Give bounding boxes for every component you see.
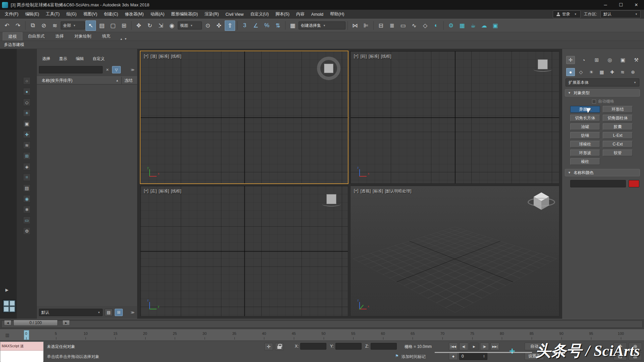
cameras-category-icon[interactable]: ▦: [597, 68, 606, 76]
explorer-menu-select[interactable]: 选择: [42, 56, 50, 62]
frozen-column-header[interactable]: 冻结: [124, 78, 132, 83]
explorer-menu-display[interactable]: 显示: [59, 56, 67, 62]
x-coordinate-field[interactable]: [300, 343, 326, 350]
viewport-pov-menu[interactable]: [左]: [151, 188, 157, 194]
viewport-general-menu[interactable]: [+]: [144, 54, 149, 59]
menu-rendering[interactable]: 渲染(R): [201, 10, 222, 19]
viewport-layout-icon[interactable]: [3, 300, 16, 313]
viewcube-compass-ring[interactable]: [528, 198, 555, 206]
maxscript-mini-listener[interactable]: MAXScript 迷: [0, 342, 44, 361]
filter-cameras-icon[interactable]: ▣: [23, 120, 31, 127]
object-name-field[interactable]: [570, 180, 626, 187]
viewport-pov-menu[interactable]: [透视]: [361, 188, 371, 194]
viewport-general-menu[interactable]: [+]: [354, 188, 359, 194]
column-divider[interactable]: [121, 77, 122, 84]
ribbon-tab-selection[interactable]: 选择: [50, 32, 69, 41]
redo-icon[interactable]: ↷: [13, 20, 23, 31]
filter-bones-icon[interactable]: ⌗: [23, 174, 31, 181]
next-frame-button[interactable]: |▶: [480, 343, 489, 350]
menu-civil-view[interactable]: Civil View: [222, 10, 247, 19]
chamfercyl-button[interactable]: 切角圆柱体: [603, 115, 633, 121]
explorer-preset-dropdown[interactable]: 默认 ▼: [39, 309, 103, 316]
maxscript-input[interactable]: [0, 351, 43, 362]
render-in-cloud-icon[interactable]: ☁: [479, 20, 489, 31]
filter-containers-icon[interactable]: ▤: [23, 184, 31, 192]
explorer-menu-customize[interactable]: 自定义: [93, 56, 105, 62]
filter-lights-icon[interactable]: ☀: [23, 109, 31, 117]
mirror-icon[interactable]: ⋈: [350, 20, 360, 31]
polygon-modeling-panel[interactable]: 多边形建模: [4, 42, 24, 48]
viewport-general-menu[interactable]: [+]: [144, 188, 149, 194]
explorer-layers-icon[interactable]: ▤: [105, 309, 113, 316]
select-and-manipulate-icon[interactable]: ✜: [214, 20, 224, 31]
filter-helpers-icon[interactable]: ✚: [23, 131, 31, 138]
viewport-shading-menu[interactable]: [线框]: [171, 54, 181, 59]
menu-edit[interactable]: 编辑(E): [22, 10, 43, 19]
menu-arnold[interactable]: Arnold: [308, 10, 327, 19]
material-editor-icon[interactable]: ◐: [431, 20, 441, 31]
reference-coordinate-dropdown[interactable]: 视图▼: [178, 21, 202, 29]
menu-create[interactable]: 创建(C): [101, 10, 121, 19]
utilities-tab-icon[interactable]: ⚒: [632, 56, 641, 64]
menu-animation[interactable]: 动画(A): [147, 10, 168, 19]
bind-to-space-warp-icon[interactable]: ≋: [50, 20, 60, 31]
viewport-type-menu[interactable]: [标准]: [159, 54, 169, 59]
select-and-rotate-icon[interactable]: ↻: [145, 20, 155, 31]
prism-button[interactable]: 棱柱: [570, 158, 600, 165]
name-column-header[interactable]: 名称(按升序排序): [42, 78, 72, 83]
create-tab-icon[interactable]: ✛: [566, 56, 575, 64]
menu-content[interactable]: 内容: [293, 10, 308, 19]
ringwave-button[interactable]: 环形波: [570, 149, 600, 156]
undo-icon[interactable]: ↶: [2, 20, 12, 31]
torus-knot-button[interactable]: 环形结: [603, 106, 633, 113]
track-bar-options-icon[interactable]: ▥: [3, 332, 11, 338]
ribbon-tab-modeling[interactable]: 建模: [3, 32, 22, 41]
viewport-layout-flyout-arrow[interactable]: ▶: [5, 288, 8, 292]
filter-shapes-icon[interactable]: ◇: [23, 99, 31, 106]
rendered-frame-window-icon[interactable]: ▦: [457, 20, 467, 31]
named-selection-set-combo[interactable]: 创建选择集▼: [299, 21, 345, 29]
ribbon-minimize-icon[interactable]: ▴: [120, 37, 122, 41]
subcategory-dropdown[interactable]: 扩展基本体 ▼: [566, 78, 639, 86]
l-ext-button[interactable]: L-Ext: [603, 132, 633, 139]
filter-funnel-icon[interactable]: ▽: [112, 66, 121, 73]
viewport-left[interactable]: [+][左][标准][线框] z y: [140, 186, 348, 316]
helpers-category-icon[interactable]: ✚: [608, 68, 616, 76]
workspace-selector[interactable]: 默认 ▼: [600, 10, 641, 18]
clear-search-icon[interactable]: ✕: [104, 66, 111, 73]
select-and-scale-icon[interactable]: ⇲: [156, 20, 166, 31]
curve-editor-icon[interactable]: ∿: [409, 20, 419, 31]
time-slider-handle[interactable]: 0 / 100: [13, 320, 58, 326]
sort-ascending-icon[interactable]: ▲: [116, 79, 119, 82]
unlink-selection-icon[interactable]: ⊘: [39, 20, 49, 31]
hedra-button[interactable]: 异面体: [570, 106, 600, 113]
viewport-type-menu[interactable]: [标准]: [373, 188, 383, 194]
modify-tab-icon[interactable]: ◔: [579, 56, 588, 64]
window-crossing-icon[interactable]: ⊞: [119, 20, 129, 31]
rectangular-selection-region-icon[interactable]: ▢: [108, 20, 118, 31]
lights-category-icon[interactable]: ☀: [587, 68, 596, 76]
previous-frame-button[interactable]: ◀|: [459, 343, 468, 350]
viewport-front[interactable]: [+][前][标准][线框] z x: [350, 51, 559, 184]
oiltank-button[interactable]: 油罐: [570, 123, 600, 130]
geometry-category-icon[interactable]: ●: [566, 68, 575, 76]
filter-materials-icon[interactable]: ◉: [23, 195, 31, 202]
select-and-link-icon[interactable]: ⧉: [28, 20, 38, 31]
search-input[interactable]: [39, 66, 103, 73]
object-type-rollout-header[interactable]: ▼ 对象类型: [565, 89, 640, 97]
edit-named-sets-icon[interactable]: ▦: [287, 20, 298, 31]
viewcube[interactable]: [538, 59, 548, 69]
viewport-type-menu[interactable]: [标准]: [159, 188, 169, 194]
viewcube[interactable]: [326, 194, 336, 204]
filter-space-warps-icon[interactable]: ≋: [23, 141, 31, 149]
open-autodesk-app-icon[interactable]: ▣: [490, 20, 500, 31]
menu-tools[interactable]: 工具(T): [43, 10, 63, 19]
menu-modifiers[interactable]: 修改器(M): [121, 10, 147, 19]
scene-explorer-toggle-icon[interactable]: ⊟: [376, 20, 386, 31]
autogrid-checkbox[interactable]: [592, 100, 596, 104]
viewport-shading-menu[interactable]: [线框]: [171, 188, 181, 194]
current-frame-field[interactable]: 0 ▲▼: [459, 353, 487, 360]
motion-tab-icon[interactable]: ◎: [605, 56, 614, 64]
select-by-name-icon[interactable]: ▤: [97, 20, 107, 31]
c-ext-button[interactable]: C-Ext: [603, 141, 633, 147]
